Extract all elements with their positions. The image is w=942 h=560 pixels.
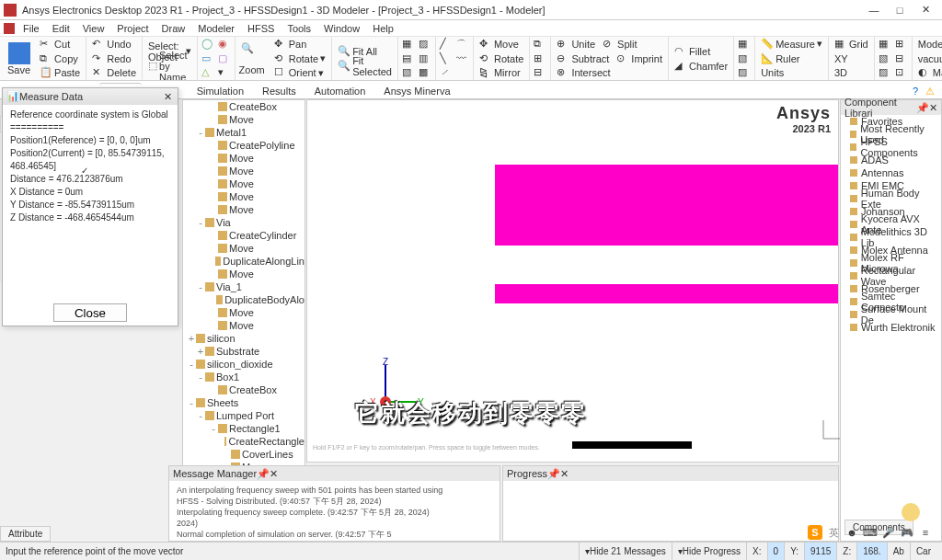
menu-tools[interactable]: Tools	[281, 23, 317, 34]
misc1-icon[interactable]: ▦	[738, 38, 751, 51]
complib-close-button[interactable]: ✕	[929, 102, 937, 114]
g2-icon[interactable]: ⊞	[895, 38, 908, 51]
grid-button[interactable]: ▦Grid	[833, 38, 870, 51]
menu-file[interactable]: File	[17, 23, 46, 34]
measure-close-btn[interactable]: Close	[53, 303, 127, 322]
tree-node[interactable]: CreateBox	[183, 100, 304, 113]
ime-kbd-button[interactable]: ⌨	[863, 525, 878, 540]
rotate-tool-button[interactable]: ⟲Rotate	[477, 52, 525, 65]
tree-node[interactable]: -Sheets	[183, 396, 304, 409]
3d-button[interactable]: 3D	[833, 67, 849, 78]
msgman-close-button[interactable]: ✕	[270, 468, 278, 480]
shape-icon[interactable]: ◯	[201, 38, 214, 51]
tree-node[interactable]: Move	[183, 190, 304, 203]
g6-icon[interactable]: ⊡	[895, 66, 908, 79]
complib-item[interactable]: Antennas	[841, 166, 941, 179]
unite-button[interactable]: ⊕Unite	[555, 38, 597, 51]
menu-draw[interactable]: Draw	[155, 23, 192, 34]
tree-node[interactable]: CreateRectangle	[183, 435, 304, 448]
tree-node[interactable]: DuplicateAlongLin	[183, 255, 304, 268]
complib-item[interactable]: Rectangular Wave	[841, 269, 941, 282]
ime-game-button[interactable]: 🎮	[900, 525, 914, 540]
complib-item[interactable]: Surface Mount De	[841, 308, 941, 321]
orient-button[interactable]: ☐Orient ▾	[272, 66, 326, 79]
misc2-icon[interactable]: ▧	[738, 52, 751, 65]
hide-progress-button[interactable]: ▾ Hide Progress	[672, 543, 746, 560]
g4-icon[interactable]: ⊟	[895, 52, 908, 65]
tree-node[interactable]: CoverLines	[183, 448, 304, 461]
dup3-icon[interactable]: ⊟	[534, 66, 546, 79]
tree-node[interactable]: Move	[183, 242, 304, 255]
ime-lang-button[interactable]: 英	[826, 525, 841, 540]
imprint-button[interactable]: ⊙Imprint	[615, 52, 664, 65]
maximize-button[interactable]: □	[887, 2, 913, 18]
ime-s-icon[interactable]: S	[808, 525, 822, 540]
line4-icon[interactable]: 〰	[456, 52, 469, 65]
tab-automation[interactable]: Automation	[305, 84, 375, 98]
hide-messages-button[interactable]: ▾ Hide 21 Messages	[579, 543, 672, 560]
view2-icon[interactable]: ▨	[419, 38, 431, 51]
paste-button[interactable]: 📋Paste	[38, 66, 82, 79]
tree-node[interactable]: CreatePolyline	[183, 139, 304, 152]
mirror-button[interactable]: ⧎Mirror	[477, 66, 523, 79]
menu-view[interactable]: View	[76, 23, 111, 34]
shape5-icon[interactable]: △	[201, 66, 214, 79]
view1-icon[interactable]: ▦	[402, 38, 415, 51]
complib-item[interactable]: Modelithics 3D Lib	[841, 231, 941, 244]
minimize-button[interactable]: —	[861, 2, 887, 18]
chamfer-button[interactable]: ◢Chamfer	[672, 60, 729, 73]
tree-node[interactable]: -Metal1	[183, 126, 304, 139]
menu-help[interactable]: Help	[366, 23, 400, 34]
measure-close-button[interactable]: ✕	[161, 91, 174, 103]
menu-project[interactable]: Project	[110, 23, 155, 34]
tree-node[interactable]: Move	[183, 177, 304, 190]
zoom-button[interactable]: 🔍 Zoom	[236, 42, 269, 75]
line1-icon[interactable]: ╱	[440, 38, 453, 51]
menu-modeler[interactable]: Modeler	[191, 23, 241, 34]
attribute-tab[interactable]: Attribute	[0, 526, 51, 542]
tree-node[interactable]: +silicon	[183, 332, 304, 345]
menu-window[interactable]: Window	[317, 23, 366, 34]
shape3-icon[interactable]: ▭	[201, 52, 214, 65]
complib-pin-button[interactable]: 📌	[916, 102, 929, 114]
vacuum-button[interactable]: vacuum ▾	[916, 52, 942, 64]
dup2-icon[interactable]: ⊞	[534, 52, 546, 65]
view5-icon[interactable]: ▧	[402, 66, 415, 79]
menu-hfss[interactable]: HFSS	[241, 23, 281, 34]
redo-button[interactable]: ↷Redo	[90, 52, 132, 65]
view3-icon[interactable]: ▤	[402, 52, 415, 65]
ime-mic-button[interactable]: 🎤	[881, 525, 896, 540]
measure-button[interactable]: 📏Measure ▾	[759, 38, 824, 51]
split-button[interactable]: ⊘Split	[601, 38, 638, 51]
select-by-name-button[interactable]: ⬚Select by Name	[146, 50, 193, 82]
tree-node[interactable]: CreateBox	[183, 383, 304, 396]
tree-node[interactable]: CreateCylinder	[183, 229, 304, 242]
pan-button[interactable]: ✥Pan	[272, 38, 309, 51]
tree-node[interactable]: Move	[183, 113, 304, 126]
view4-icon[interactable]: ▥	[419, 52, 431, 65]
coord-mode-abs[interactable]: Ab	[887, 543, 910, 560]
close-button[interactable]: ✕	[913, 2, 938, 18]
g1-icon[interactable]: ▦	[879, 38, 891, 51]
tab-minerva[interactable]: Ansys Minerva	[374, 84, 459, 98]
coord-z-input[interactable]: 168.	[856, 543, 886, 560]
tree-node[interactable]: Move	[183, 203, 304, 216]
intersect-button[interactable]: ⊗Intersect	[555, 66, 612, 79]
tree-node[interactable]: Move	[183, 165, 304, 177]
g5-icon[interactable]: ▨	[879, 66, 891, 79]
assistant-avatar[interactable]	[902, 503, 920, 521]
coord-mode-car[interactable]: Car	[910, 543, 936, 560]
complib-item[interactable]: Wurth Elektronik	[841, 321, 941, 334]
tab-simulation[interactable]: Simulation	[188, 84, 253, 98]
msgman-pin-button[interactable]: 📌	[257, 468, 270, 480]
delete-button[interactable]: ✕Delete	[90, 66, 138, 79]
subtract-button[interactable]: ⊖Subtract	[555, 52, 611, 65]
progress-close-button[interactable]: ✕	[560, 468, 569, 480]
fillet-button[interactable]: ◠Fillet	[672, 45, 712, 58]
complib-item[interactable]: HFSS Components	[841, 141, 941, 154]
dup1-icon[interactable]: ⧉	[534, 38, 546, 51]
coord-y-input[interactable]: 9115	[804, 543, 836, 560]
tree-node[interactable]: Move	[183, 306, 304, 319]
copy-button[interactable]: ⧉Copy	[38, 52, 80, 65]
tree-node[interactable]: -silicon_dioxide	[183, 358, 304, 371]
